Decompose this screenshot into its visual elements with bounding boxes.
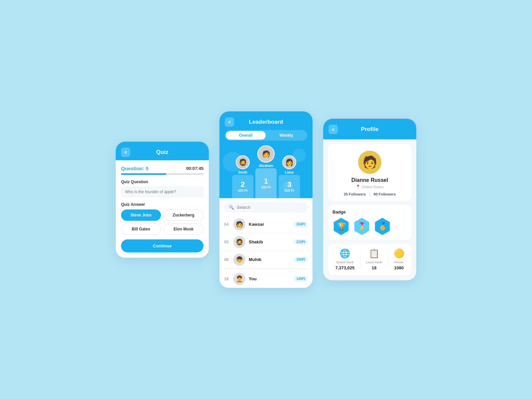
stat-sep-1 [360, 251, 360, 268]
points-label: Points [394, 261, 404, 264]
quiz-question-input[interactable] [121, 186, 203, 198]
badge-row: 🏆 🎖️ 🏅 [332, 218, 407, 235]
podium-first-rank: 1 [264, 177, 268, 186]
profile-header: < Profile [323, 119, 416, 139]
lb-row-pts-muhib: 190Pt [294, 257, 308, 262]
lb-row-avatar-kawsar: 🧑 [233, 218, 245, 230]
lb-header: < Leaderboard Overall Weekly [219, 111, 313, 145]
avatar: 🧑 [358, 151, 381, 174]
answer-bill-gates[interactable]: Bill Gates [121, 223, 161, 235]
lb-row-kawsar: 04 🧑 Kawsar 250Pt [224, 216, 308, 233]
local-rank-label: Local Rank [366, 261, 382, 264]
local-rank-icon: 📋 [369, 248, 379, 259]
quiz-question-label: Quiz Question [121, 180, 203, 184]
lb-list-area: 🔍 04 🧑 Kawsar 250Pt 05 🧔 Shakib 210Pt 06… [219, 198, 313, 288]
search-input[interactable] [237, 205, 303, 210]
profile-location-text: United States [361, 185, 383, 189]
profile-back-button[interactable]: < [329, 125, 338, 134]
quiz-header: < Quiz [116, 142, 209, 160]
stat-local-rank: 📋 Local Rank 18 [366, 248, 382, 270]
podium-third-avatar: 👩 [282, 155, 296, 169]
timer-label: 00:07:45 [186, 166, 203, 171]
podium-first: 🧑 Abraham 1 430 Pt [255, 145, 277, 198]
quiz-body: Question: 5 00:07:45 Quiz Question Quiz … [116, 160, 209, 258]
tab-overall[interactable]: Overall [226, 131, 266, 140]
lb-row-num-5: 05 [224, 240, 230, 244]
lb-row-shakib: 05 🧔 Shakib 210Pt [224, 233, 308, 251]
lb-row-name-kawsar: Kawsar [249, 222, 290, 227]
profile-title: Profile [338, 126, 402, 133]
podium-second: 🧔 Smith 2 420 Pt [232, 155, 253, 198]
lb-header-top: < Leaderboard [225, 117, 307, 127]
quiz-title: Quiz [130, 149, 194, 156]
stats-card: 🌐 Global Rank 7,373,025 📋 Local Rank 18 … [328, 244, 412, 275]
stat-points: 🟡 Points 1080 [394, 248, 404, 270]
lb-back-button[interactable]: < [225, 117, 234, 127]
lb-row-avatar-muhib: 👦 [233, 254, 245, 266]
stat-global-rank: 🌐 Global Rank 7,373,025 [335, 248, 354, 270]
lb-tabs: Overall Weekly [225, 130, 307, 141]
podium-second-rank: 2 [241, 180, 245, 189]
lb-row-pts-shakib: 210Pt [294, 239, 308, 245]
points-icon: 🟡 [394, 248, 404, 259]
podium-first-avatar: 🧑 [257, 145, 275, 163]
podium-first-name: Abraham [259, 164, 273, 168]
podium-third-bar: 3 415 Pt [279, 175, 300, 198]
lb-row-muhib: 06 👦 Muhib 190Pt [224, 251, 308, 269]
lb-row-name-shakib: Shakib [249, 239, 290, 244]
podium-second-avatar: 🧔 [236, 155, 250, 169]
lb-title: Leaderboard [234, 119, 298, 125]
lb-search[interactable]: 🔍 [224, 202, 308, 212]
lb-row-pts-you: 145Pt [294, 276, 308, 282]
following-label: 90 Followers [374, 192, 396, 196]
profile-screen: < Profile 🧑 Dianne Russel 📍 United State… [323, 119, 416, 280]
progress-bar-bg [121, 173, 203, 175]
answer-grid: Steve Jobs Zuckerberg Bill Gates Elon Mu… [121, 209, 203, 235]
lb-row-pts-kawsar: 250Pt [294, 221, 308, 227]
answer-elon-musk[interactable]: Elon Musk [164, 223, 203, 235]
podium-third-pts: 415 Pt [284, 189, 294, 193]
profile-location: 📍 United States [356, 185, 383, 189]
quiz-header-top: < Quiz [121, 148, 203, 157]
question-label: Question: 5 [121, 166, 149, 171]
continue-button[interactable]: Continue [121, 239, 203, 252]
followers-label: 35 Followers [344, 192, 366, 196]
question-row: Question: 5 00:07:45 [121, 166, 203, 171]
profile-name: Dianne Russel [351, 177, 388, 183]
answer-zuckerberg[interactable]: Zuckerberg [164, 209, 203, 221]
badge-medal: 🎖️ [353, 218, 370, 235]
podium-first-pts: 430 Pt [261, 186, 271, 189]
podium-first-bar: 1 430 Pt [255, 168, 277, 198]
global-rank-value: 7,373,025 [335, 265, 354, 270]
answer-steve-jobs[interactable]: Steve Jobs [121, 209, 161, 221]
podium-second-pts: 420 Pt [238, 189, 247, 193]
quiz-back-button[interactable]: < [121, 148, 130, 157]
badge-card: Badge 🏆 🎖️ 🏅 [328, 205, 412, 240]
quiz-answer-label: Quiz Answer [121, 202, 203, 207]
lb-row-you: 18 🧑‍🦱 You 145Pt [224, 270, 308, 288]
profile-followers: 35 Followers | 90 Followers [344, 192, 396, 196]
location-icon: 📍 [356, 185, 360, 189]
tab-weekly[interactable]: Weekly [266, 131, 306, 140]
lb-row-name-muhib: Muhib [249, 257, 290, 262]
quiz-screen: < Quiz Question: 5 00:07:45 Quiz Questio… [116, 142, 209, 258]
badge-award: 🏅 [374, 218, 391, 235]
profile-body: 🧑 Dianne Russel 📍 United States 35 Follo… [323, 139, 416, 280]
leaderboard-screen: < Leaderboard Overall Weekly 🧔 Smith 2 [219, 111, 313, 288]
podium-area: 🧔 Smith 2 420 Pt 🧑 Abraham 1 430 Pt 👩 L [219, 145, 313, 198]
profile-info-card: 🧑 Dianne Russel 📍 United States 35 Follo… [328, 144, 412, 201]
points-value: 1080 [394, 265, 404, 270]
badge-title: Badge [332, 209, 407, 214]
stat-sep-2 [388, 251, 388, 268]
lb-row-num-you: 18 [224, 277, 230, 281]
lb-you-section: 18 🧑‍🦱 You 145Pt [224, 269, 308, 288]
badge-trophy: 🏆 [332, 218, 350, 235]
local-rank-value: 18 [372, 265, 376, 270]
progress-bar-fill [121, 173, 166, 175]
screens-container: < Quiz Question: 5 00:07:45 Quiz Questio… [102, 98, 430, 301]
lb-row-num-4: 04 [224, 222, 230, 227]
podium-third-rank: 3 [287, 180, 291, 189]
global-rank-icon: 🌐 [339, 248, 350, 259]
search-icon: 🔍 [229, 205, 234, 210]
podium-second-name: Smith [238, 171, 247, 174]
